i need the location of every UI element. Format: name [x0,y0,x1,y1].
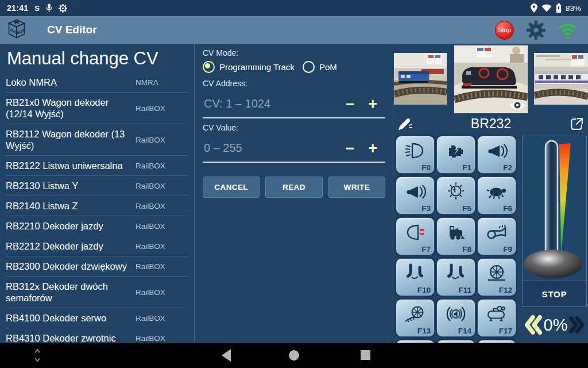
function-label: F10 [417,286,431,294]
wheel-track-icon [396,300,434,328]
cv-address-label: CV Address: [203,79,385,88]
decoder-vendor: RailBOX [136,262,188,271]
decoder-list-item[interactable]: RB4100 Dekoder serwo RailBOX [6,308,188,328]
stop-speed-button[interactable]: STOP [522,281,587,307]
function-button[interactable]: F0 [396,136,435,174]
function-button[interactable]: F2 [477,136,516,174]
headlight-icon [396,136,434,165]
function-label: F1 [462,163,471,172]
function-button[interactable]: F5 [436,177,475,214]
decoder-name: RB4310 Dekoder zwrotnic [6,332,136,343]
decoder-list-item[interactable]: RB2130 Listwa Y RailBOX [6,176,188,196]
cv-value-placeholder: 0 – 255 [204,141,338,155]
decoder-name: RB21x0 Wagon dekoder (12/14 Wyjść) [6,97,136,120]
decoder-vendor: RailBOX [136,314,188,323]
decoder-list-item[interactable]: RB2210 Dekoder jazdy RailBOX [6,216,188,236]
address-decrement-button[interactable]: − [338,98,361,110]
loco-photo-next[interactable] [534,53,588,105]
cv-mode-option[interactable]: Programming Track [203,61,295,73]
decoder-name: RB2210 Dekoder jazdy [6,220,136,232]
function-button[interactable]: F9 [477,217,516,255]
steam-loco-icon [437,218,475,247]
cv-action-button[interactable]: READ [265,177,322,198]
decoder-vendor: RailBOX [136,202,188,210]
function-label: F9 [503,245,512,254]
address-increment-button[interactable]: + [361,98,384,110]
function-label: F2 [503,163,512,172]
loco-photo-previous[interactable] [394,53,447,105]
radio-icon [303,61,315,73]
cv-address-field[interactable]: CV: 1 – 1024 − + [203,91,385,118]
function-button[interactable]: F1 [436,136,475,174]
function-button[interactable]: F14 [436,299,475,337]
decoder-list-item[interactable]: RB2140 Listwa Z RailBOX [6,196,188,216]
cv-value-field[interactable]: 0 – 255 − + [203,136,385,163]
function-button[interactable]: F3 [396,177,435,214]
headlight-red-icon [396,218,434,247]
value-increment-button[interactable]: + [361,142,384,155]
function-button[interactable]: F12 [477,258,516,296]
decoder-list-item[interactable]: Loko NMRA NMRA [6,72,188,93]
cv-action-button[interactable]: WRITE [328,177,385,198]
settings-gear-icon[interactable] [526,20,546,40]
engine-icon [437,136,475,165]
cv-action-button[interactable]: CANCEL [203,177,260,198]
app-bar: Rail BOX CV Editor Stop [0,16,588,44]
value-decrement-button[interactable]: − [338,142,361,155]
decoder-list-item[interactable]: RB4310 Dekoder zwrotnic RailBOX [6,328,188,343]
export-icon[interactable] [570,117,584,133]
decoder-name: RB2122 Listwa uniwersalna [6,160,136,171]
function-button[interactable]: F6 [477,177,516,214]
nav-recents-icon[interactable] [361,350,370,360]
decoder-list-item[interactable]: RB2122 Listwa uniwersalna RailBOX [6,156,188,176]
decoder-list-item[interactable]: RB2112 Wagon dekoder (13 Wyjść) RailBOX [6,124,188,156]
cv-mode-option[interactable]: PoM [303,61,337,73]
loco-photo-current[interactable] [454,45,528,113]
keyboard-switch-icon[interactable] [33,347,41,363]
decoder-name: RB312x Dekoder dwóch semaforów [6,281,136,304]
function-label: F3 [421,204,431,213]
compressor-icon [478,300,516,328]
decoder-list-item[interactable]: RB2300 Dekoder dzwiękowy RailBOX [6,256,188,277]
brake-sound-icon [437,300,475,328]
cv-editor-panel: CV Mode: Programming Track PoM CV Addres… [195,44,393,343]
eye-preview-icon[interactable] [509,99,526,112]
wifi-status-icon[interactable] [558,21,578,39]
emergency-stop-button[interactable]: Stop [495,21,514,40]
page-title: CV Editor [47,24,97,36]
decoder-list-panel: Manual change CV Loko NMRA NMRA RB21x0 W… [0,44,195,343]
speed-down-chevron-icon[interactable] [523,313,543,336]
decoder-vendor: RailBOX [136,182,188,190]
nav-home-icon[interactable] [289,350,299,361]
decoder-vendor: RailBOX [136,334,188,343]
function-label: F7 [421,245,431,254]
cv-editor-screen: 21:41 S [0,0,588,368]
battery-percent: 83% [566,4,581,13]
function-button[interactable]: F8 [436,217,475,255]
status-bar-left: 21:41 S [7,3,67,13]
decoder-vendor: NMRA [136,78,188,87]
decoder-list-item[interactable]: RB2212 Dekoder jazdy RailBOX [6,236,188,256]
function-button[interactable]: F17 [477,299,516,337]
coupler-icon [437,259,475,288]
decoder-vendor: RailBOX [136,104,188,113]
nav-back-icon[interactable] [222,349,231,362]
decoder-vendor: RailBOX [136,136,188,144]
decoder-list-item[interactable]: RB312x Dekoder dwóch semaforów RailBOX [6,277,188,308]
loco-name: BR232 [394,116,588,132]
speed-percent: 0% [544,316,568,335]
speed-up-chevron-icon[interactable] [568,313,586,336]
function-button[interactable]: F11 [436,258,475,296]
speed-slider[interactable] [522,136,587,281]
function-button[interactable]: F7 [396,217,435,255]
decoder-list-item[interactable]: RB21x0 Wagon dekoder (12/14 Wyjść) RailB… [6,93,188,124]
wifi-icon [541,4,552,12]
function-button[interactable]: F10 [396,258,435,296]
status-bar-right: 83% [531,3,581,13]
decoder-name: Loko NMRA [6,76,136,88]
clock: 21:41 [7,3,28,13]
function-button[interactable]: F13 [396,299,435,337]
decoder-name: RB2300 Dekoder dzwiękowy [6,260,136,272]
cv-mode-radios: Programming Track PoM [203,61,385,73]
battery-icon [556,3,562,13]
